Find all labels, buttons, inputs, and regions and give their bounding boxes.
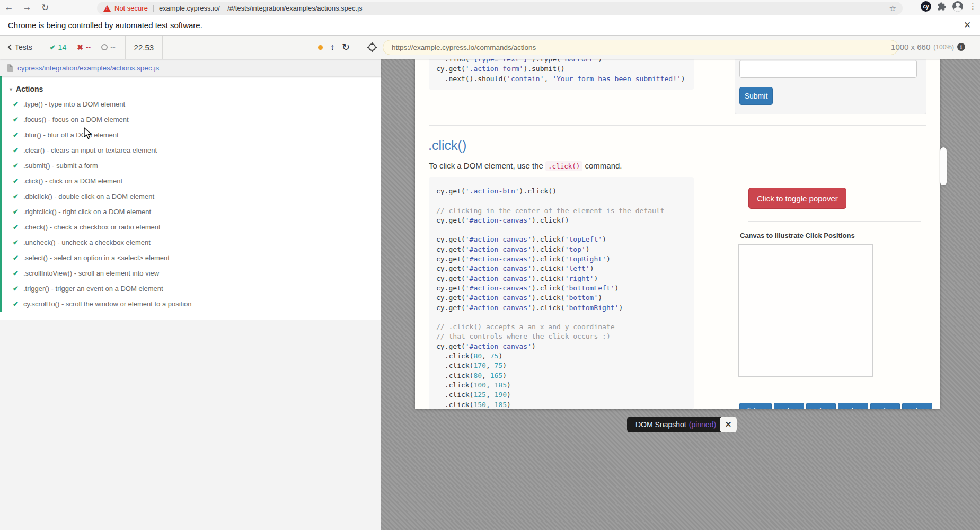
snapshot-close-button[interactable]: ✕ bbox=[720, 417, 737, 432]
viewport-info-icon[interactable]: i bbox=[957, 43, 965, 51]
menu-dots-icon[interactable]: ⋮ bbox=[969, 2, 977, 11]
viewport-size-label: 1000 x 660 bbox=[891, 42, 930, 51]
infobar-close-icon[interactable]: ✕ bbox=[961, 19, 974, 32]
extensions-puzzle-icon[interactable] bbox=[937, 2, 947, 11]
collapse-triangle-icon[interactable]: ▾ bbox=[10, 86, 12, 92]
dom-snapshot-label: DOM Snapshot bbox=[635, 420, 686, 429]
mouse-cursor bbox=[84, 127, 93, 140]
test-item[interactable]: ✔.scrollIntoView() - scroll an element i… bbox=[2, 266, 381, 281]
chevron-left-icon bbox=[7, 44, 12, 50]
suite-actions: ▾ Actions ✔.type() - type into a DOM ele… bbox=[0, 76, 381, 312]
test-item[interactable]: ✔.check() - check a checkbox or radio el… bbox=[2, 219, 381, 235]
and-me-button[interactable]: and me bbox=[870, 403, 900, 409]
check-icon: ✔ bbox=[13, 238, 19, 246]
url-text[interactable]: example.cypress.io/__/#/tests/integratio… bbox=[159, 4, 889, 12]
test-item[interactable]: ✔.blur() - blur off a DOM element bbox=[2, 127, 381, 143]
aut-background: .find('[type="text"]').type('HALFOFF') c… bbox=[381, 59, 980, 530]
submit-button[interactable]: Submit bbox=[739, 87, 773, 105]
scroll-arrows-icon[interactable]: ↕ bbox=[330, 42, 334, 52]
duration-label: 22.53 bbox=[126, 43, 163, 52]
cypress-toolbar: Tests ✔14 ✖-- -- 22.53 ↕ ↻ https://examp… bbox=[0, 36, 980, 59]
code-block-submit-text: .find('[type="text"]').type('HALFOFF') c… bbox=[436, 59, 694, 84]
selector-playground-icon[interactable] bbox=[367, 42, 377, 52]
test-item[interactable]: ✔.trigger() - trigger an event on a DOM … bbox=[2, 281, 381, 296]
and-me-button[interactable]: and me bbox=[806, 403, 836, 409]
toggle-popover-button[interactable]: Click to toggle popover bbox=[748, 188, 846, 209]
spec-path-link[interactable]: cypress/integration/examples/actions.spe… bbox=[17, 64, 159, 72]
warning-icon[interactable] bbox=[103, 5, 111, 12]
divider bbox=[153, 5, 154, 12]
and-me-button[interactable]: and me bbox=[838, 403, 868, 409]
dom-snapshot-pill: DOM Snapshot (pinned) bbox=[627, 417, 725, 432]
test-stats: ✔14 ✖-- -- bbox=[40, 43, 125, 51]
pending-stat: -- bbox=[101, 43, 115, 51]
code-block-submit: .find('[type="text"]').type('HALFOFF') c… bbox=[429, 59, 694, 90]
click-section-heading[interactable]: .click() bbox=[428, 138, 466, 153]
back-to-tests-label: Tests bbox=[15, 43, 32, 51]
runner-controls: ↕ ↻ bbox=[318, 41, 350, 53]
check-icon: ✔ bbox=[13, 177, 19, 185]
automation-infobar: Chrome is being controlled by automated … bbox=[0, 15, 980, 36]
suite-title-row[interactable]: ▾ Actions bbox=[2, 81, 381, 96]
restart-tests-icon[interactable]: ↻ bbox=[342, 41, 350, 53]
inline-code: .click() bbox=[545, 161, 582, 171]
aut-iframe: .find('[type="text"]').type('HALFOFF') c… bbox=[415, 59, 940, 409]
circle-icon bbox=[101, 44, 108, 50]
canvas-label: Canvas to Illustrate Click Positions bbox=[740, 232, 855, 240]
cypress-extension-icon[interactable]: cy bbox=[921, 1, 931, 12]
aut-url-bar[interactable]: https://example.cypress.io/commands/acti… bbox=[383, 40, 898, 55]
not-secure-label[interactable]: Not secure bbox=[114, 4, 148, 12]
reload-icon[interactable]: ↻ bbox=[36, 2, 54, 13]
browser-toolbar: ← → ↻ Not secure example.cypress.io/__/#… bbox=[0, 0, 980, 15]
x-icon: ✖ bbox=[77, 43, 83, 51]
check-icon: ✔ bbox=[13, 192, 19, 200]
back-icon[interactable]: ← bbox=[0, 2, 18, 13]
click-section-paragraph: To click a DOM element, use the .click()… bbox=[429, 161, 622, 170]
code-block-click: cy.get('.action-btn').click() // clickin… bbox=[429, 177, 694, 409]
test-item[interactable]: ✔.uncheck() - uncheck a checkbox element bbox=[2, 235, 381, 250]
forward-icon[interactable]: → bbox=[18, 2, 36, 13]
back-to-tests-button[interactable]: Tests bbox=[0, 43, 40, 51]
test-item[interactable]: ✔.select() - select an option in a <sele… bbox=[2, 250, 381, 266]
test-item[interactable]: ✔.type() - type into a DOM element bbox=[2, 96, 381, 112]
test-item[interactable]: ✔.clear() - clears an input or textarea … bbox=[2, 143, 381, 158]
check-icon: ✔ bbox=[13, 223, 19, 231]
coupon-code-input[interactable] bbox=[739, 60, 917, 78]
click-me-button-row: click meand meand meand meand meand me bbox=[739, 403, 932, 409]
test-list: ▾ Actions ✔.type() - type into a DOM ele… bbox=[0, 76, 381, 320]
check-icon: ✔ bbox=[13, 254, 19, 262]
check-icon: ✔ bbox=[13, 100, 19, 108]
test-item[interactable]: ✔.rightclick() - right click on a DOM el… bbox=[2, 204, 381, 219]
test-item[interactable]: ✔.submit() - submit a form bbox=[2, 158, 381, 173]
check-icon: ✔ bbox=[50, 43, 56, 51]
check-icon: ✔ bbox=[13, 131, 19, 139]
test-item[interactable]: ✔.dblclick() - double click on a DOM ele… bbox=[2, 189, 381, 204]
aut-scrollbar-thumb[interactable] bbox=[940, 147, 947, 186]
aut-url-text: https://example.cypress.io/commands/acti… bbox=[392, 43, 536, 51]
profile-avatar-icon[interactable] bbox=[952, 1, 963, 12]
passed-stat: ✔14 bbox=[50, 43, 66, 51]
bookmark-star-icon[interactable]: ☆ bbox=[889, 4, 896, 13]
pinned-label: (pinned) bbox=[689, 420, 716, 429]
and-me-button[interactable]: and me bbox=[774, 403, 804, 409]
action-canvas[interactable] bbox=[738, 244, 873, 377]
and-me-button[interactable]: and me bbox=[902, 403, 932, 409]
suite-tests: ✔.type() - type into a DOM element✔.focu… bbox=[2, 96, 381, 312]
test-item[interactable]: ✔cy.scrollTo() - scroll the window or el… bbox=[2, 296, 381, 312]
divider bbox=[748, 221, 921, 222]
viewport-zoom-label: (100%) bbox=[933, 43, 954, 51]
viewport-info: 1000 x 660 (100%) i bbox=[891, 42, 965, 51]
click-me-button[interactable]: click me bbox=[739, 403, 772, 409]
check-icon: ✔ bbox=[13, 162, 19, 170]
code-block-click-text: cy.get('.action-btn').click() // clickin… bbox=[436, 187, 694, 409]
divider bbox=[429, 125, 926, 126]
check-icon: ✔ bbox=[13, 208, 19, 216]
spec-header[interactable]: cypress/integration/examples/actions.spe… bbox=[0, 59, 381, 76]
address-bar[interactable]: Not secure example.cypress.io/__/#/tests… bbox=[97, 2, 903, 15]
test-item[interactable]: ✔.click() - click on a DOM element bbox=[2, 173, 381, 189]
infobar-message: Chrome is being controlled by automated … bbox=[8, 21, 202, 30]
file-icon bbox=[7, 64, 13, 72]
divider bbox=[162, 36, 163, 59]
reporter-pane: cypress/integration/examples/actions.spe… bbox=[0, 59, 381, 530]
test-item[interactable]: ✔.focus() - focus on a DOM element bbox=[2, 112, 381, 127]
